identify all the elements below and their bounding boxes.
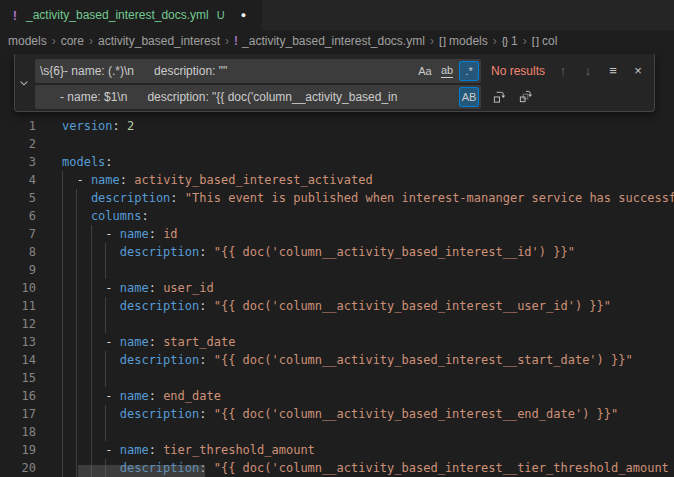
previous-match-button[interactable]: ↑	[553, 61, 573, 81]
line-content: models:	[62, 153, 674, 171]
line-content: columns:	[62, 207, 674, 225]
find-row: \s{6}- name: (.*)\n description: "" Aa a…	[35, 58, 648, 83]
breadcrumb-label: models	[449, 34, 488, 48]
preserve-case-toggle[interactable]: AB	[459, 87, 479, 107]
code-line[interactable]: 8description: "{{ doc('column__activity_…	[0, 243, 674, 261]
indent-guide	[76, 351, 90, 369]
line-number: 18	[0, 423, 36, 441]
replace-input[interactable]: - name: $1\n description: "{{ doc('colum…	[35, 85, 481, 109]
match-case-toggle[interactable]: Aa	[415, 61, 435, 81]
line-number: 5	[0, 189, 36, 207]
replace-value-text: - name: $1\n description: "{{ doc('colum…	[40, 90, 455, 104]
vscode-window: ! _activity_based_interest_docs.yml U ● …	[0, 0, 674, 477]
breadcrumb-item[interactable]: [ ]col	[532, 34, 558, 48]
code-line[interactable]: 5description: "This event is published w…	[0, 189, 674, 207]
line-content: description: "{{ doc('column__activity_b…	[62, 297, 674, 315]
line-number: 4	[0, 171, 36, 189]
code-line[interactable]: 17description: "{{ doc('column__activity…	[0, 405, 674, 423]
toggle-replace-button[interactable]	[15, 54, 33, 111]
indent-guide	[62, 333, 76, 351]
indent-guide	[76, 243, 90, 261]
line-content	[62, 369, 674, 387]
line-content: - name: activity_based_interest_activate…	[62, 171, 674, 189]
line-content: version: 2	[62, 117, 674, 135]
tab-bar: ! _activity_based_interest_docs.yml U ●	[0, 0, 674, 30]
indent-guide	[105, 351, 119, 369]
replace-all-button[interactable]	[515, 87, 535, 107]
indent-guide	[91, 441, 105, 459]
code-line[interactable]: 16- name: end_date	[0, 387, 674, 405]
line-content	[62, 135, 674, 153]
line-content: - name: start_date	[62, 333, 674, 351]
indent-guide	[91, 315, 105, 333]
indent-guide	[91, 225, 105, 243]
code-line[interactable]: 15	[0, 369, 674, 387]
line-number: 13	[0, 333, 36, 351]
code-line[interactable]: 7- name: id	[0, 225, 674, 243]
breadcrumb-label: models	[8, 34, 47, 48]
line-number: 6	[0, 207, 36, 225]
replace-row: - name: $1\n description: "{{ doc('colum…	[35, 84, 648, 109]
close-find-widget-button[interactable]: ×	[628, 61, 648, 81]
indent-guide	[91, 369, 105, 387]
indent-guide	[105, 261, 119, 279]
code-editor[interactable]: 1version: 223models:4- name: activity_ba…	[0, 52, 674, 477]
line-content: - name: user_id	[62, 279, 674, 297]
breadcrumb-item[interactable]: !_activity_based_interest_docs.yml	[234, 34, 425, 48]
indent-guide	[76, 207, 90, 225]
indent-guide	[62, 279, 76, 297]
line-number: 12	[0, 315, 36, 333]
code-line[interactable]: 2	[0, 135, 674, 153]
replace-buttons	[489, 87, 535, 107]
code-line[interactable]: 10- name: user_id	[0, 279, 674, 297]
breadcrumb-label: core	[61, 34, 84, 48]
indent-guide	[76, 189, 90, 207]
code-line[interactable]: 14description: "{{ doc('column__activity…	[0, 351, 674, 369]
line-content: - name: id	[62, 225, 674, 243]
line-number: 7	[0, 225, 36, 243]
code-line[interactable]: 6columns:	[0, 207, 674, 225]
find-input[interactable]: \s{6}- name: (.*)\n description: "" Aa a…	[35, 59, 481, 83]
breadcrumb-item[interactable]: models	[8, 34, 47, 48]
breadcrumb-item[interactable]: activity_based_interest	[98, 34, 220, 48]
code-line[interactable]: 4- name: activity_based_interest_activat…	[0, 171, 674, 189]
breadcrumb-item[interactable]: [ ]models	[439, 34, 488, 48]
git-untracked-badge: U	[217, 9, 225, 21]
breadcrumb-item[interactable]: {}1	[502, 34, 518, 48]
line-number: 19	[0, 441, 36, 459]
code-line[interactable]: 3models:	[0, 153, 674, 171]
find-status: No results	[491, 64, 545, 78]
indent-guide	[91, 333, 105, 351]
find-in-selection-button[interactable]: ≡	[603, 61, 623, 81]
code-line[interactable]: 13- name: start_date	[0, 333, 674, 351]
code-line[interactable]: 12	[0, 315, 674, 333]
find-options: Aa ab .*	[415, 61, 479, 81]
breadcrumb-item[interactable]: core	[61, 34, 84, 48]
code-line[interactable]: 1version: 2	[0, 117, 674, 135]
line-content: - name: end_date	[62, 387, 674, 405]
indent-guide	[105, 315, 119, 333]
line-number: 1	[0, 117, 36, 135]
breadcrumb-separator-icon: ›	[89, 34, 93, 48]
code-line[interactable]: 11description: "{{ doc('column__activity…	[0, 297, 674, 315]
indent-guide	[105, 369, 119, 387]
next-match-button[interactable]: ↓	[578, 61, 598, 81]
modified-dot-icon[interactable]: ●	[241, 10, 246, 20]
regex-toggle[interactable]: .*	[459, 61, 479, 81]
code-line[interactable]: 18	[0, 423, 674, 441]
indent-guide	[105, 243, 119, 261]
code-line[interactable]: 9	[0, 261, 674, 279]
breadcrumb-label: 1	[511, 34, 518, 48]
breadcrumb-separator-icon: ›	[493, 34, 497, 48]
whole-word-toggle[interactable]: ab	[437, 61, 457, 81]
yaml-symbol-icon: !	[234, 34, 238, 48]
find-query-text: \s{6}- name: (.*)\n description: ""	[40, 64, 411, 78]
replace-button[interactable]	[489, 87, 509, 107]
line-number: 8	[0, 243, 36, 261]
horizontal-scrollbar-thumb[interactable]	[78, 465, 205, 477]
indent-guide	[62, 351, 76, 369]
breadcrumb-separator-icon: ›	[523, 34, 527, 48]
editor-tab[interactable]: ! _activity_based_interest_docs.yml U ●	[0, 0, 262, 30]
indent-guide	[105, 297, 119, 315]
code-line[interactable]: 19- name: tier_threshold_amount	[0, 441, 674, 459]
